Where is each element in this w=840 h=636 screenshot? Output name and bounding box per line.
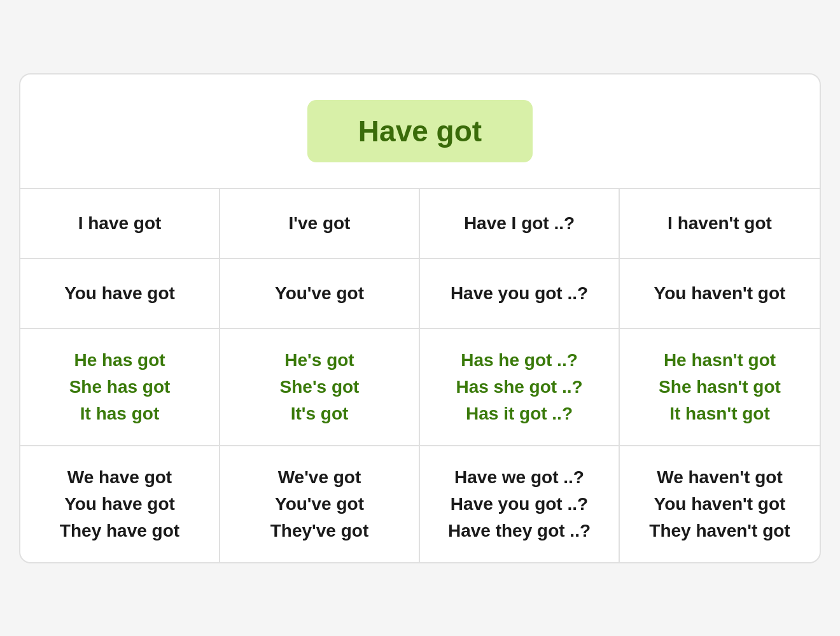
cell-text-r3-c4: He hasn't gotShe hasn't gotIt hasn't got [659, 347, 781, 427]
grid-cell-r2-c1: You have got [20, 259, 220, 329]
grid-cell-r3-c2: He's gotShe's gotIt's got [220, 329, 420, 446]
page-title: Have got [358, 114, 482, 148]
grid-cell-r3-c3: Has he got ..?Has she got ..?Has it got … [420, 329, 620, 446]
cell-text-r1-c1: I have got [78, 210, 162, 237]
grammar-grid: I have gotI've gotHave I got ..?I haven'… [20, 189, 820, 562]
grid-cell-r3-c4: He hasn't gotShe hasn't gotIt hasn't got [620, 329, 820, 446]
grid-cell-r2-c4: You haven't got [620, 259, 820, 329]
cell-text-r4-c3: Have we got ..?Have you got ..?Have they… [448, 464, 591, 544]
cell-text-r1-c3: Have I got ..? [464, 210, 575, 237]
cell-text-r1-c2: I've got [289, 210, 351, 237]
cell-text-r4-c1: We have gotYou have gotThey have got [60, 464, 179, 544]
grid-cell-r4-c1: We have gotYou have gotThey have got [20, 446, 220, 562]
cell-text-r4-c2: We've gotYou've gotThey've got [270, 464, 368, 544]
grid-cell-r1-c3: Have I got ..? [420, 189, 620, 259]
cell-text-r2-c1: You have got [64, 280, 175, 307]
cell-text-r3-c3: Has he got ..?Has she got ..?Has it got … [456, 347, 582, 427]
grid-cell-r1-c4: I haven't got [620, 189, 820, 259]
main-card: Have got I have gotI've gotHave I got ..… [19, 73, 821, 563]
cell-text-r2-c3: Have you got ..? [451, 280, 588, 307]
grid-cell-r1-c2: I've got [220, 189, 420, 259]
grid-cell-r2-c3: Have you got ..? [420, 259, 620, 329]
grid-cell-r4-c2: We've gotYou've gotThey've got [220, 446, 420, 562]
grid-cell-r4-c4: We haven't gotYou haven't gotThey haven'… [620, 446, 820, 562]
grid-cell-r1-c1: I have got [20, 189, 220, 259]
grid-cell-r3-c1: He has gotShe has gotIt has got [20, 329, 220, 446]
cell-text-r2-c2: You've got [275, 280, 364, 307]
cell-text-r1-c4: I haven't got [668, 210, 772, 237]
header-section: Have got [20, 74, 820, 189]
cell-text-r4-c4: We haven't gotYou haven't gotThey haven'… [649, 464, 790, 544]
grid-cell-r2-c2: You've got [220, 259, 420, 329]
grid-cell-r4-c3: Have we got ..?Have you got ..?Have they… [420, 446, 620, 562]
cell-text-r3-c2: He's gotShe's gotIt's got [280, 347, 360, 427]
cell-text-r2-c4: You haven't got [654, 280, 786, 307]
title-badge: Have got [307, 100, 533, 162]
cell-text-r3-c1: He has gotShe has gotIt has got [69, 347, 171, 427]
